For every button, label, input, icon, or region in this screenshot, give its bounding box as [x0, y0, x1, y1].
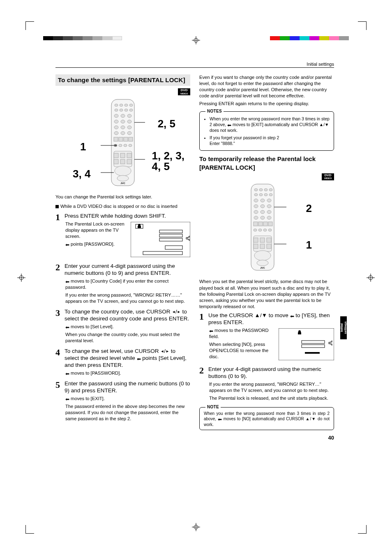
svg-rect-92: [254, 238, 258, 242]
note-item: If you forget your password in step 2Ent…: [210, 135, 330, 146]
pointer-icon: ⬅: [65, 242, 69, 247]
carry-over-text: Even if you want to change only the coun…: [199, 74, 334, 99]
svg-point-49: [117, 175, 129, 181]
remote-diagram-2: JVC: [213, 182, 320, 273]
svg-point-48: [115, 166, 131, 176]
notes-box: NOTES When you enter the wrong password …: [199, 111, 334, 151]
svg-rect-84: [258, 222, 263, 226]
osd-diagram: [131, 222, 190, 257]
svg-point-73: [267, 199, 271, 202]
section-title-change: To change the settings [PARENTAL LOCK]: [55, 74, 190, 86]
svg-point-16: [129, 104, 133, 106]
svg-rect-42: [114, 153, 118, 158]
svg-rect-58: [159, 234, 182, 237]
intro-text: You can change the Parental lock setting…: [55, 194, 190, 200]
svg-point-19: [125, 109, 128, 111]
svg-rect-106: [305, 352, 320, 354]
svg-rect-104: [302, 341, 325, 343]
registration-mark-icon: [367, 274, 375, 282]
step-b2: 2 Enter your 4-digit password using the …: [199, 366, 334, 403]
svg-point-23: [127, 114, 131, 117]
osd-diagram-2: [279, 328, 334, 360]
registration-mark-icon: [192, 36, 200, 44]
svg-rect-94: [267, 238, 271, 242]
header-category: Initial settings: [55, 62, 334, 67]
svg-text:JVC: JVC: [260, 267, 265, 269]
callout-25: 2, 5: [158, 117, 175, 131]
step-b1: 1 Use the CURSOR ▲/▼ to move ⬅ to [YES],…: [199, 312, 334, 364]
note-box-2: NOTE When you enter the wrong password m…: [199, 407, 334, 431]
pointer-icon: ⬅: [65, 279, 69, 284]
svg-point-13: [115, 104, 118, 106]
svg-rect-60: [165, 246, 182, 249]
svg-point-69: [264, 193, 267, 196]
registration-mark-icon: [17, 274, 25, 282]
svg-point-18: [120, 109, 123, 111]
svg-point-71: [254, 199, 258, 202]
svg-point-72: [261, 199, 265, 202]
svg-rect-36: [129, 137, 133, 141]
svg-point-64: [259, 189, 263, 191]
svg-point-30: [114, 131, 118, 135]
condition-text: While a DVD VIDEO disc is stopped or no …: [55, 203, 190, 210]
svg-point-21: [114, 114, 118, 117]
svg-point-65: [264, 189, 267, 191]
svg-point-76: [267, 205, 271, 208]
svg-point-20: [129, 109, 133, 111]
release-intro: When you set the parental level strictly…: [199, 279, 334, 310]
svg-point-15: [125, 104, 128, 106]
svg-rect-97: [267, 244, 271, 249]
right-column: Even if you want to change only the coun…: [199, 74, 334, 442]
svg-point-80: [254, 216, 258, 219]
svg-rect-57: [159, 230, 182, 233]
svg-point-28: [121, 126, 125, 129]
svg-rect-47: [127, 159, 131, 164]
note-item: When you enter the wrong password more t…: [210, 116, 330, 134]
dvd-video-badge: DVDVIDEO: [322, 173, 334, 180]
dvd-video-badge: DVDVIDEO: [178, 88, 190, 95]
svg-rect-103: [279, 328, 334, 360]
svg-point-17: [115, 109, 118, 111]
svg-point-81: [261, 216, 265, 219]
svg-point-29: [127, 126, 131, 129]
svg-rect-45: [114, 159, 118, 164]
svg-rect-59: [159, 238, 182, 241]
svg-point-24: [114, 120, 118, 123]
svg-point-38: [119, 144, 122, 147]
svg-rect-44: [127, 153, 131, 158]
svg-point-88: [258, 229, 262, 231]
svg-rect-61: [143, 251, 182, 255]
svg-point-32: [127, 131, 131, 135]
step-5: 5 Enter the password using the numeric b…: [55, 380, 190, 424]
svg-point-68: [259, 193, 263, 196]
callout-b2: 2: [306, 201, 312, 216]
page-number: 40: [199, 434, 334, 442]
left-column: To change the settings [PARENTAL LOCK] D…: [55, 74, 190, 442]
callout-1: 1: [80, 140, 86, 154]
svg-point-37: [114, 144, 117, 147]
callout-12345: 1, 2, 3, 4, 5: [152, 150, 185, 172]
registration-mark-icon: [192, 523, 200, 531]
svg-rect-96: [260, 244, 265, 249]
svg-point-27: [114, 126, 118, 129]
svg-rect-85: [263, 222, 267, 226]
svg-point-22: [121, 114, 125, 117]
svg-rect-35: [124, 137, 128, 141]
svg-rect-86: [268, 222, 272, 226]
svg-point-70: [269, 193, 272, 196]
callout-b1: 1: [306, 238, 312, 252]
step-2: 2 Enter your current 4-digit password us…: [55, 263, 190, 306]
svg-point-40: [129, 144, 132, 147]
svg-point-66: [269, 189, 272, 191]
svg-rect-43: [120, 153, 125, 158]
pointer-icon: ⬅: [65, 371, 69, 376]
svg-point-74: [254, 205, 258, 208]
svg-point-39: [124, 144, 127, 147]
svg-point-87: [254, 229, 257, 231]
carry-over-text-2: Pressing ENTER again returns to the open…: [199, 101, 334, 107]
svg-point-78: [261, 210, 265, 214]
svg-point-31: [121, 131, 125, 135]
svg-point-75: [261, 205, 265, 208]
pointer-icon: ⬅: [65, 325, 69, 330]
svg-point-89: [263, 229, 267, 231]
